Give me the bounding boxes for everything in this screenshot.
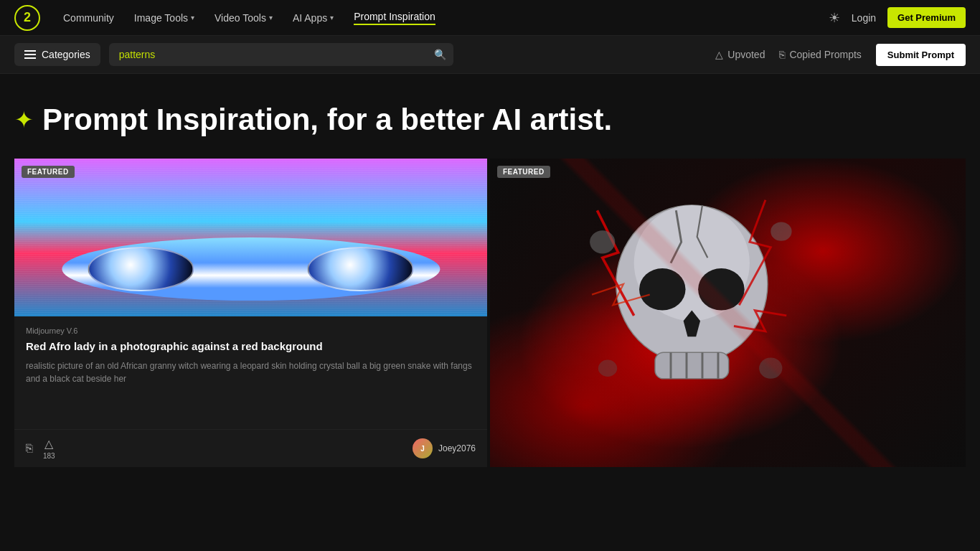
card-1-description: realistic picture of an old African gran…	[26, 359, 476, 385]
upvoted-button[interactable]: △ Upvoted	[715, 49, 765, 60]
copied-prompts-button[interactable]: ⎘ Copied Prompts	[779, 49, 861, 60]
card-1-actions: ⎘ △ 183	[26, 437, 55, 460]
login-button[interactable]: Login	[852, 12, 876, 24]
card-1-title: Red Afro lady in a photographic against …	[26, 339, 476, 354]
chevron-down-icon: ▾	[269, 14, 273, 22]
nav-links: Community Image Tools ▾ Video Tools ▾ AI…	[63, 11, 806, 25]
featured-badge-1: FEATURED	[22, 166, 75, 178]
main-nav: 2 Community Image Tools ▾ Video Tools ▾ …	[0, 0, 980, 36]
card-1-copy-button[interactable]: ⎘	[26, 442, 33, 455]
nav-right: ☀ Login Get Premium	[829, 7, 966, 28]
card-1-upvote-count: 183	[43, 452, 55, 460]
card-1-footer: ⎘ △ 183 J Joey2076	[14, 429, 487, 467]
card-1-user: J Joey2076	[413, 438, 476, 458]
skull-container	[490, 159, 966, 467]
categories-button[interactable]: Categories	[14, 43, 100, 66]
card-1: FEATURED Midjourney V.6 Red Afro lady in…	[14, 159, 490, 467]
card-1-artwork	[14, 159, 487, 316]
card-2-image: FEATURED	[490, 159, 966, 467]
featured-badge-2: FEATURED	[497, 166, 550, 178]
card-1-upvote-button[interactable]: △ 183	[43, 437, 55, 460]
card-1-body: Midjourney V.6 Red Afro lady in a photog…	[14, 316, 487, 429]
theme-toggle-icon[interactable]: ☀	[829, 10, 840, 26]
magic-wand-icon: ✦	[14, 106, 34, 133]
lightning-overlay	[490, 159, 966, 467]
nav-ai-apps[interactable]: AI Apps ▾	[293, 12, 334, 24]
hamburger-icon	[24, 50, 36, 59]
card-2: FEATURED	[490, 159, 966, 467]
nav-video-tools[interactable]: Video Tools ▾	[215, 12, 273, 24]
copy-icon: ⎘	[779, 49, 785, 60]
chevron-down-icon: ▾	[330, 14, 334, 22]
hero-title: Prompt Inspiration, for a better AI arti…	[42, 103, 612, 137]
left-eye	[88, 247, 194, 291]
card-1-model: Midjourney V.6	[26, 326, 476, 335]
toolbar-actions: △ Upvoted ⎘ Copied Prompts Submit Prompt	[715, 44, 966, 66]
hero-section: ✦ Prompt Inspiration, for a better AI ar…	[0, 74, 980, 159]
copy-icon: ⎘	[26, 442, 33, 455]
eyes-element	[62, 237, 440, 301]
card-2-artwork	[490, 159, 966, 467]
nav-community[interactable]: Community	[63, 12, 114, 24]
user-name-1: Joey2076	[438, 443, 476, 453]
right-eye	[308, 247, 414, 291]
logo[interactable]: 2	[14, 5, 40, 31]
chevron-down-icon: ▾	[191, 14, 194, 22]
user-avatar-1: J	[413, 438, 433, 458]
upvote-icon: △	[715, 49, 723, 60]
submit-prompt-button[interactable]: Submit Prompt	[876, 44, 966, 66]
card-1-image: FEATURED	[14, 159, 487, 316]
search-input[interactable]	[109, 43, 453, 66]
toolbar: Categories 🔍 △ Upvoted ⎘ Copied Prompts …	[0, 36, 980, 74]
nav-prompt-inspiration[interactable]: Prompt Inspiration	[354, 11, 435, 25]
upvote-icon: △	[44, 437, 53, 451]
search-container: 🔍	[109, 43, 453, 66]
cards-grid: FEATURED Midjourney V.6 Red Afro lady in…	[14, 159, 966, 467]
premium-button[interactable]: Get Premium	[887, 7, 966, 28]
search-icon: 🔍	[434, 49, 446, 60]
nav-image-tools[interactable]: Image Tools ▾	[134, 12, 194, 24]
